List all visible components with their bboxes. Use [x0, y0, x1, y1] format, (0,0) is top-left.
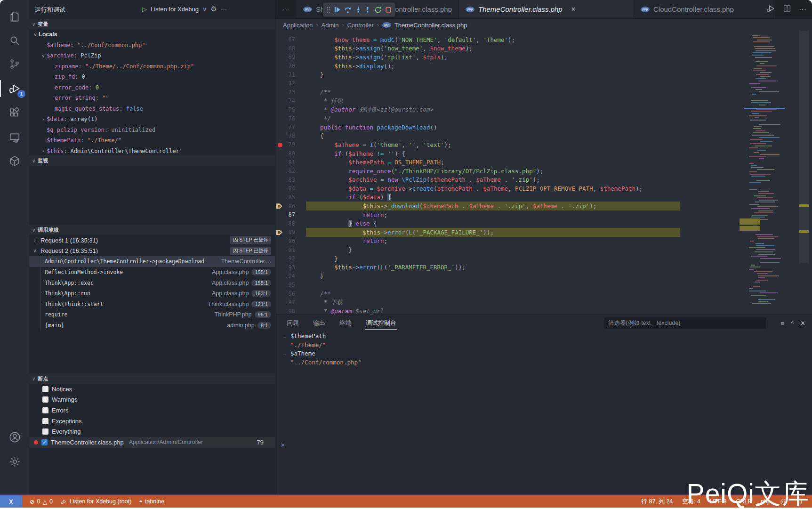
- breakpoint-filter[interactable]: Everything: [29, 426, 275, 437]
- start-debug-icon[interactable]: ▷: [142, 6, 147, 13]
- variable-row[interactable]: error_code: 0: [29, 82, 275, 93]
- debug-status[interactable]: Listen for Xdebug (root): [60, 498, 131, 505]
- debug-gear-icon[interactable]: ⚙: [210, 5, 217, 13]
- code-line[interactable]: 83 $archive = new \PclZip($themePath . $…: [275, 176, 812, 185]
- tab-themecontroller[interactable]: php ThemeController.class.php ✕: [459, 0, 634, 18]
- checkbox-unchecked[interactable]: [42, 428, 48, 435]
- remote-indicator[interactable]: [0, 495, 22, 508]
- breadcrumb-item[interactable]: Admin: [322, 22, 339, 29]
- docker-cube-icon[interactable]: [0, 150, 29, 172]
- explorer-icon[interactable]: [0, 6, 29, 28]
- console-entry[interactable]: →$aTheme: [279, 349, 614, 358]
- account-icon[interactable]: [0, 426, 29, 448]
- search-icon[interactable]: [0, 29, 29, 52]
- panel-tab-终端[interactable]: 终端: [338, 316, 353, 330]
- code-line[interactable]: 73 /**: [275, 88, 812, 97]
- breakpoint-filter[interactable]: Errors: [29, 405, 275, 416]
- stack-frame[interactable]: Think\App::runApp.class.php193:1: [29, 288, 275, 299]
- checkbox-unchecked[interactable]: [42, 386, 48, 392]
- breadcrumb[interactable]: Application›Admin›Controller›phpThemeCon…: [275, 19, 812, 31]
- code-line[interactable]: 97 * 下载: [275, 298, 812, 307]
- editor-more-icon[interactable]: ···: [799, 5, 806, 14]
- stack-frame[interactable]: Admin\Controller\ThemeController->packag…: [29, 256, 275, 267]
- stack-frame[interactable]: ReflectionMethod->invokeApp.class.php155…: [29, 267, 275, 278]
- step-into-icon[interactable]: [355, 6, 362, 13]
- breadcrumb-item[interactable]: Controller: [347, 22, 373, 29]
- sidebar-more-icon[interactable]: ···: [221, 6, 227, 13]
- panel-tab-问题[interactable]: 问题: [286, 316, 300, 330]
- debug-console-filter[interactable]: [604, 317, 766, 329]
- restart-icon[interactable]: [374, 6, 382, 14]
- repl-prompt-icon[interactable]: >: [281, 441, 285, 448]
- stack-frame[interactable]: Think\App::execApp.class.php155:1: [29, 277, 275, 288]
- code-line[interactable]: 98 * @param $set_url: [275, 307, 812, 315]
- code-line[interactable]: 77 public function packageDownload(): [275, 123, 812, 132]
- code-editor[interactable]: 67 $now_theme = modC('NOW_THEME', 'defau…: [275, 31, 812, 315]
- checkbox-unchecked[interactable]: [42, 407, 48, 413]
- variable-row[interactable]: $g_pclzip_version: uninitialized: [29, 125, 275, 136]
- toolbar-drag-handle[interactable]: [327, 7, 330, 13]
- code-line[interactable]: 78 {: [275, 132, 812, 141]
- code-line[interactable]: 69 $this->assign('tplList', $tpls);: [275, 53, 812, 62]
- minimap[interactable]: [748, 33, 780, 306]
- breakpoint-dot-icon[interactable]: [278, 143, 282, 147]
- cursor-position[interactable]: 行 87, 列 24: [641, 498, 673, 506]
- file-breakpoint-row[interactable]: ✓ThemeController.class.phpApplication/Ad…: [29, 437, 275, 448]
- code-line[interactable]: 80 if ($aTheme != '') {: [275, 149, 812, 158]
- section-watch[interactable]: ∨ 监视: [29, 155, 275, 166]
- tab-cloudcontroller[interactable]: php CloudController.class.php: [634, 0, 775, 18]
- panel-tab-输出[interactable]: 输出: [312, 316, 326, 330]
- scrollbar[interactable]: [799, 31, 809, 263]
- breadcrumb-item[interactable]: Application: [283, 22, 313, 29]
- variable-row[interactable]: ›$this: Admin\Controller\ThemeController: [29, 146, 275, 156]
- code-line[interactable]: 96 /**: [275, 289, 812, 298]
- breadcrumb-file[interactable]: ThemeController.class.php: [394, 22, 467, 29]
- section-call-stack[interactable]: ∨ 调用堆栈: [29, 225, 275, 235]
- tab-overflow-more-icon[interactable]: ···: [275, 0, 297, 18]
- variable-row[interactable]: ›$data: array(1): [29, 114, 275, 125]
- code-line[interactable]: 79 $aTheme = I('theme', '', 'text');: [275, 140, 812, 149]
- console-entry[interactable]: →$themePath: [279, 332, 614, 341]
- code-line[interactable]: 72: [275, 79, 812, 88]
- code-line[interactable]: 71 }: [275, 70, 812, 79]
- filter-input[interactable]: [608, 320, 766, 326]
- breakpoint-filter[interactable]: Exceptions: [29, 416, 275, 427]
- source-control-icon[interactable]: [0, 53, 29, 75]
- step-over-icon[interactable]: [344, 6, 352, 14]
- tabnine-status[interactable]: ◓ tabnine: [139, 498, 164, 505]
- code-line[interactable]: 87 return;: [275, 210, 812, 219]
- run-debug-editor-icon[interactable]: [766, 4, 775, 15]
- checkbox-unchecked[interactable]: [42, 396, 48, 403]
- split-editor-icon[interactable]: [783, 4, 791, 15]
- close-icon[interactable]: ✕: [571, 6, 576, 13]
- code-line[interactable]: 84 $data = $archive->create($themePath .…: [275, 184, 812, 193]
- variable-row[interactable]: ∨$archive: PclZip: [29, 50, 275, 61]
- code-line[interactable]: 85 if ($data) {: [275, 193, 812, 202]
- code-line[interactable]: 67 $now_theme = modC('NOW_THEME', 'defau…: [275, 35, 812, 44]
- variable-row[interactable]: zip_fd: 0: [29, 72, 275, 82]
- code-line[interactable]: 93 $this->error(L('_PARAMETER_ERROR_'));: [275, 263, 812, 272]
- code-line[interactable]: 74 * 打包: [275, 97, 812, 105]
- variable-row[interactable]: magic_quotes_status: false: [29, 104, 275, 114]
- continue-icon[interactable]: [334, 6, 341, 13]
- code-line[interactable]: 88 } else {: [275, 219, 812, 228]
- variable-row[interactable]: zipname: "./Theme/../Conf/common.php.zip…: [29, 61, 275, 72]
- variable-row[interactable]: error_string: "": [29, 93, 275, 104]
- breakpoint-filter[interactable]: Warnings: [29, 395, 275, 405]
- close-panel-icon[interactable]: ✕: [800, 320, 805, 327]
- code-line[interactable]: 82 require_once("./ThinkPHP/Library/OT/P…: [275, 167, 812, 176]
- settings-gear-icon[interactable]: [0, 450, 29, 473]
- run-and-debug-icon[interactable]: 1: [0, 77, 29, 100]
- launch-config-label[interactable]: Listen for Xdebug: [151, 6, 199, 13]
- code-line[interactable]: 76 */: [275, 114, 812, 123]
- extensions-icon[interactable]: [0, 102, 29, 124]
- code-line[interactable]: 89 $this->error(L('_PACKAGE_FAILURE_'));: [275, 228, 812, 237]
- filter-list-icon[interactable]: ≡: [780, 320, 784, 327]
- variable-row[interactable]: $aTheme: "../Conf/common.php": [29, 40, 275, 51]
- stack-frame[interactable]: {main}admin.php8:1: [29, 320, 275, 331]
- code-line[interactable]: 91 }: [275, 245, 812, 254]
- launch-dropdown-icon[interactable]: ∨: [202, 6, 207, 13]
- remote-explorer-icon[interactable]: [0, 126, 29, 149]
- call-stack-request[interactable]: ∨Request 2 (16:35:51)因 STEP 已暂停: [29, 246, 275, 257]
- checkbox-checked[interactable]: ✓: [41, 439, 48, 445]
